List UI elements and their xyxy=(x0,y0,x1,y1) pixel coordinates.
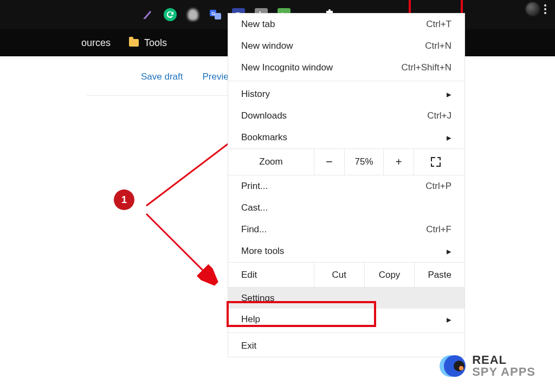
fullscreen-icon xyxy=(431,157,441,167)
zoom-out-button[interactable]: − xyxy=(314,149,344,175)
menu-separator xyxy=(228,332,464,333)
edit-paste[interactable]: Paste xyxy=(414,263,464,287)
menu-new-window[interactable]: New windowCtrl+N xyxy=(228,35,464,57)
menu-settings[interactable]: Settings xyxy=(228,287,464,309)
chevron-right-icon: ▸ xyxy=(447,314,451,325)
menu-exit[interactable]: Exit xyxy=(228,335,464,357)
svg-line-5 xyxy=(146,214,214,282)
edit-label: Edit xyxy=(228,263,314,287)
menu-zoom-row: Zoom − 75% + xyxy=(228,148,464,175)
zoom-in-button[interactable]: + xyxy=(383,149,414,175)
watermark-logo: REAL SPY APPS xyxy=(440,353,535,379)
zoom-label: Zoom xyxy=(228,156,314,167)
menu-incognito[interactable]: New Incognito windowCtrl+Shift+N xyxy=(228,57,464,79)
watermark-text: REAL SPY APPS xyxy=(472,354,535,378)
fullscreen-button[interactable] xyxy=(414,149,457,175)
chevron-right-icon: ▸ xyxy=(447,89,451,100)
menu-print[interactable]: Print...Ctrl+P xyxy=(228,175,464,197)
menu-separator xyxy=(228,81,464,81)
chevron-right-icon: ▸ xyxy=(447,132,451,143)
menu-more-tools[interactable]: More tools▸ xyxy=(228,240,464,262)
menu-downloads[interactable]: DownloadsCtrl+J xyxy=(228,105,464,127)
edit-cut[interactable]: Cut xyxy=(314,263,364,287)
zoom-value: 75% xyxy=(344,149,383,175)
chrome-main-menu: New tabCtrl+T New windowCtrl+N New Incog… xyxy=(228,13,465,357)
menu-bookmarks[interactable]: Bookmarks▸ xyxy=(228,127,464,148)
edit-copy[interactable]: Copy xyxy=(364,263,415,287)
menu-help[interactable]: Help▸ xyxy=(228,309,464,330)
chevron-right-icon: ▸ xyxy=(447,246,451,257)
menu-new-tab[interactable]: New tabCtrl+T xyxy=(228,14,464,35)
menu-edit-row: Edit Cut Copy Paste xyxy=(228,262,464,287)
watermark-icon xyxy=(440,353,466,379)
menu-find[interactable]: Find...Ctrl+F xyxy=(228,219,464,240)
menu-cast[interactable]: Cast... xyxy=(228,197,464,219)
menu-history[interactable]: History▸ xyxy=(228,83,464,105)
